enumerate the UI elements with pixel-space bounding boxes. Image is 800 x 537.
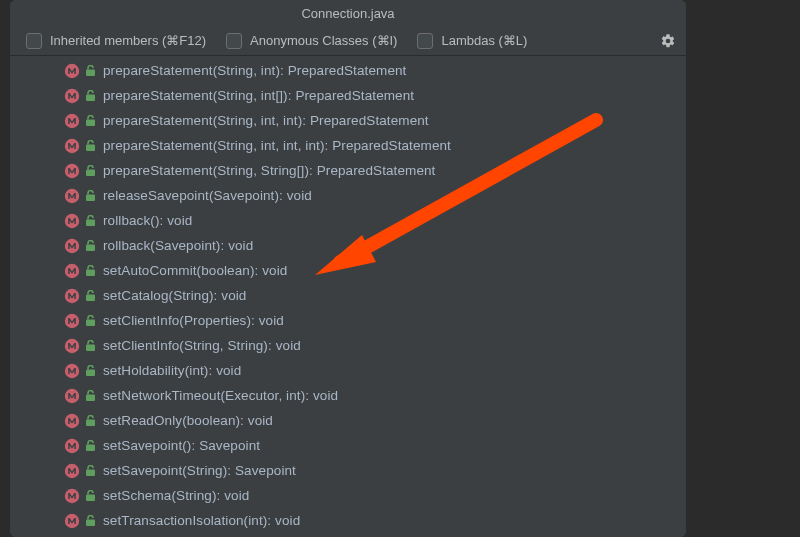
option-label: Anonymous Classes (⌘I) <box>250 33 397 48</box>
list-item[interactable]: prepareStatement(String, int): PreparedS… <box>10 58 686 83</box>
method-signature: setSavepoint(): Savepoint <box>103 438 260 453</box>
svg-point-8 <box>65 163 79 177</box>
method-icon <box>64 188 80 204</box>
method-signature: setAutoCommit(boolean): void <box>103 263 287 278</box>
list-item[interactable]: prepareStatement(String, int[]): Prepare… <box>10 83 686 108</box>
method-icon <box>64 338 80 354</box>
method-signature: prepareStatement(String, int, int, int):… <box>103 138 451 153</box>
public-visibility-icon <box>86 340 95 351</box>
svg-rect-33 <box>86 470 95 477</box>
method-signature: setReadOnly(boolean): void <box>103 413 273 428</box>
public-visibility-icon <box>86 390 95 401</box>
svg-point-0 <box>65 63 79 77</box>
list-item[interactable]: setSavepoint(): Savepoint <box>10 433 686 458</box>
list-item[interactable]: prepareStatement(String, int, int): Prep… <box>10 108 686 133</box>
method-signature: prepareStatement(String, int): PreparedS… <box>103 63 406 78</box>
svg-rect-35 <box>86 495 95 502</box>
public-visibility-icon <box>86 115 95 126</box>
lambdas-option[interactable]: Lambdas (⌘L) <box>417 33 527 49</box>
method-icon <box>64 213 80 229</box>
option-label: Lambdas (⌘L) <box>441 33 527 48</box>
method-icon <box>64 413 80 429</box>
svg-point-16 <box>65 263 79 277</box>
method-signature: setTransactionIsolation(int): void <box>103 513 300 528</box>
public-visibility-icon <box>86 190 95 201</box>
svg-rect-21 <box>86 320 95 327</box>
svg-point-32 <box>65 463 79 477</box>
option-label: Inherited members (⌘F12) <box>50 33 206 48</box>
list-item[interactable]: setClientInfo(Properties): void <box>10 308 686 333</box>
method-signature: prepareStatement(String, int[]): Prepare… <box>103 88 414 103</box>
method-icon <box>64 388 80 404</box>
method-icon <box>64 263 80 279</box>
list-item[interactable]: rollback(Savepoint): void <box>10 233 686 258</box>
svg-point-12 <box>65 213 79 227</box>
method-icon <box>64 113 80 129</box>
list-item[interactable]: setSavepoint(String): Savepoint <box>10 458 686 483</box>
method-signature: prepareStatement(String, int, int): Prep… <box>103 113 429 128</box>
svg-rect-11 <box>86 195 95 202</box>
public-visibility-icon <box>86 465 95 476</box>
svg-point-24 <box>65 363 79 377</box>
list-item[interactable]: setHoldability(int): void <box>10 358 686 383</box>
method-list[interactable]: prepareStatement(String, int): PreparedS… <box>10 56 686 537</box>
list-item[interactable]: setTransactionIsolation(int): void <box>10 508 686 533</box>
list-item[interactable]: setSchema(String): void <box>10 483 686 508</box>
titlebar: Connection.java <box>10 0 686 26</box>
public-visibility-icon <box>86 240 95 251</box>
public-visibility-icon <box>86 165 95 176</box>
svg-point-10 <box>65 188 79 202</box>
method-icon <box>64 138 80 154</box>
svg-point-26 <box>65 388 79 402</box>
svg-rect-17 <box>86 270 95 277</box>
list-item[interactable]: setAutoCommit(boolean): void <box>10 258 686 283</box>
svg-rect-5 <box>86 120 95 127</box>
public-visibility-icon <box>86 315 95 326</box>
method-signature: prepareStatement(String, String[]): Prep… <box>103 163 435 178</box>
svg-point-14 <box>65 238 79 252</box>
svg-rect-23 <box>86 345 95 352</box>
public-visibility-icon <box>86 90 95 101</box>
inherited-members-option[interactable]: Inherited members (⌘F12) <box>26 33 206 49</box>
method-icon <box>64 438 80 454</box>
list-item[interactable]: setClientInfo(String, String): void <box>10 333 686 358</box>
method-signature: rollback(): void <box>103 213 192 228</box>
svg-rect-7 <box>86 145 95 152</box>
option-bar: Inherited members (⌘F12) Anonymous Class… <box>10 26 686 56</box>
svg-point-18 <box>65 288 79 302</box>
svg-point-2 <box>65 88 79 102</box>
method-signature: releaseSavepoint(Savepoint): void <box>103 188 312 203</box>
svg-rect-1 <box>86 70 95 77</box>
svg-point-22 <box>65 338 79 352</box>
method-icon <box>64 288 80 304</box>
list-item[interactable]: setNetworkTimeout(Executor, int): void <box>10 383 686 408</box>
svg-point-6 <box>65 138 79 152</box>
public-visibility-icon <box>86 290 95 301</box>
gear-icon[interactable] <box>660 33 676 49</box>
svg-rect-37 <box>86 520 95 527</box>
public-visibility-icon <box>86 65 95 76</box>
method-signature: rollback(Savepoint): void <box>103 238 253 253</box>
method-icon <box>64 513 80 529</box>
public-visibility-icon <box>86 515 95 526</box>
checkbox-icon <box>26 33 42 49</box>
list-item[interactable]: rollback(): void <box>10 208 686 233</box>
svg-point-28 <box>65 413 79 427</box>
public-visibility-icon <box>86 490 95 501</box>
svg-point-4 <box>65 113 79 127</box>
list-item[interactable]: prepareStatement(String, String[]): Prep… <box>10 158 686 183</box>
svg-rect-9 <box>86 170 95 177</box>
checkbox-icon <box>417 33 433 49</box>
list-item[interactable]: setCatalog(String): void <box>10 283 686 308</box>
svg-rect-3 <box>86 95 95 102</box>
svg-point-20 <box>65 313 79 327</box>
list-item[interactable]: prepareStatement(String, int, int, int):… <box>10 133 686 158</box>
list-item[interactable]: releaseSavepoint(Savepoint): void <box>10 183 686 208</box>
list-item[interactable]: setReadOnly(boolean): void <box>10 408 686 433</box>
method-icon <box>64 88 80 104</box>
svg-rect-29 <box>86 420 95 427</box>
anonymous-classes-option[interactable]: Anonymous Classes (⌘I) <box>226 33 397 49</box>
svg-rect-15 <box>86 245 95 252</box>
public-visibility-icon <box>86 215 95 226</box>
public-visibility-icon <box>86 140 95 151</box>
